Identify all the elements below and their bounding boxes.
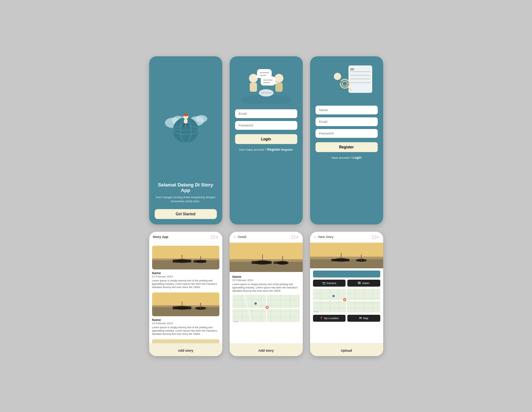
story-list-header: Story App ⬚→ — [149, 232, 222, 243]
svg-line-41 — [337, 82, 342, 83]
new-story-photo — [310, 243, 383, 268]
login-illustration — [237, 64, 295, 104]
login-link-container: Have account ? Login — [331, 156, 361, 159]
svg-point-84 — [254, 302, 256, 305]
register-password-input[interactable] — [316, 129, 378, 138]
new-story-logout-icon[interactable]: ⬚→ — [372, 235, 380, 239]
get-started-button[interactable]: Get Started — [155, 209, 217, 219]
back-button[interactable]: ← Detail — [233, 235, 246, 239]
detail-text: Lorem Ipsum is simply dummy text of the … — [233, 283, 300, 292]
story2-name: Name — [152, 318, 219, 322]
register-link-label[interactable]: Register — [281, 148, 293, 151]
my-location-button[interactable]: 📍 My Location — [313, 315, 346, 322]
media-buttons: 📷 Kamera 🖼 Galeri — [313, 280, 380, 287]
logout-icon[interactable]: ⬚→ — [211, 235, 219, 239]
detail-add-story-button[interactable]: Add story — [233, 349, 299, 352]
svg-rect-58 — [173, 306, 191, 309]
svg-rect-93 — [331, 259, 350, 261]
register-email-input[interactable] — [316, 117, 378, 126]
new-story-map[interactable]: Google — [313, 289, 380, 313]
detail-content: Name 23 Februari 2024 Lorem Ipsum is sim… — [230, 272, 303, 343]
login-button[interactable]: Login — [235, 134, 297, 144]
svg-rect-67 — [273, 261, 287, 264]
svg-rect-16 — [250, 83, 257, 92]
story1-name: Name — [152, 271, 219, 275]
splash-subtitle: Kami sangat senang Anda bergabung dengan… — [155, 195, 217, 203]
placeholder-bar — [152, 339, 219, 343]
upload-footer: Upload — [310, 343, 383, 356]
svg-point-15 — [249, 74, 258, 83]
detail-logout-icon[interactable]: ⬚→ — [291, 235, 299, 239]
svg-point-36 — [334, 73, 341, 80]
map-icon: 🗺 — [359, 317, 362, 320]
svg-point-109 — [344, 299, 345, 300]
story2-date: 23 Februari 2024 — [152, 322, 219, 325]
description-input[interactable] — [313, 271, 380, 277]
svg-rect-23 — [261, 76, 275, 86]
story1-date: 23 Februari 2024 — [152, 275, 219, 278]
svg-rect-37 — [335, 80, 340, 87]
story-card-1[interactable]: Name 23 Februari 2024 Lorem Ipsum is sim… — [152, 246, 219, 289]
detail-story-image — [230, 243, 303, 272]
map-button[interactable]: 🗺 Map — [347, 315, 380, 322]
splash-screen: Selamat Datang Di Story App Kami sangat … — [149, 56, 222, 224]
register-link-container: Don't have account ? Register Register — [239, 148, 293, 151]
svg-rect-50 — [193, 260, 206, 262]
register-link[interactable]: Register — [267, 148, 280, 151]
new-story-title: New Story — [318, 235, 334, 239]
story-image-1 — [152, 246, 219, 269]
camera-button[interactable]: 📷 Kamera — [313, 280, 346, 287]
gallery-icon: 🖼 — [358, 281, 361, 285]
story-card-2[interactable]: Name 23 Februari 2024 Lorem Ipsum is sim… — [152, 292, 219, 336]
svg-rect-11 — [184, 119, 188, 124]
detail-header: ← Detail ⬚→ — [230, 232, 303, 243]
svg-rect-49 — [173, 260, 191, 262]
story-list-footer: Add story — [149, 343, 222, 356]
detail-name: Name — [233, 275, 300, 279]
detail-title: Detail — [238, 235, 246, 239]
add-story-button[interactable]: Add story — [153, 349, 219, 352]
svg-point-21 — [275, 74, 283, 83]
no-account-text: Don't have account ? — [239, 148, 267, 151]
upload-button[interactable]: Upload — [341, 349, 352, 352]
svg-text:Google: Google — [233, 321, 238, 322]
svg-point-83 — [266, 307, 268, 308]
have-account-text: Have account ? — [331, 156, 352, 159]
story-list-screen: Story App ⬚→ — [149, 232, 222, 356]
email-input[interactable] — [235, 109, 297, 118]
story-list-title: Story App — [153, 235, 169, 239]
back-icon: ← — [233, 235, 237, 239]
svg-rect-66 — [252, 261, 272, 264]
splash-title: Selamat Datang Di Story App — [155, 182, 217, 193]
new-story-back-icon: ← — [314, 235, 317, 239]
svg-point-110 — [332, 295, 335, 297]
story-list-container: Name 23 Februari 2024 Lorem Ipsum is sim… — [149, 243, 222, 343]
svg-rect-22 — [275, 83, 283, 92]
login-screen: Login Don't have account ? Register Regi… — [230, 56, 303, 224]
location-buttons: 📍 My Location 🗺 Map — [313, 315, 380, 322]
detail-date: 23 Februari 2024 — [233, 279, 300, 282]
detail-map[interactable]: Google — [233, 295, 300, 322]
register-button[interactable]: Register — [316, 142, 378, 152]
story-image-2 — [152, 292, 219, 316]
svg-point-39 — [342, 81, 347, 86]
svg-text:Google: Google — [314, 310, 319, 312]
login-link[interactable]: Login — [352, 156, 362, 159]
new-story-back-button[interactable]: ← New Story — [314, 235, 334, 239]
svg-rect-10 — [184, 114, 188, 116]
detail-footer: Add story — [230, 343, 303, 356]
svg-point-3 — [196, 115, 207, 122]
story2-text: Lorem Ipsum is simply dummy text of the … — [152, 326, 219, 336]
name-input[interactable] — [316, 106, 378, 114]
location-icon: 📍 — [320, 317, 323, 320]
new-story-content: 📷 Kamera 🖼 Galeri — [310, 268, 383, 343]
camera-icon: 📷 — [322, 281, 325, 285]
detail-screen: ← Detail ⬚→ Name — [230, 232, 303, 356]
register-illustration — [317, 64, 376, 100]
gallery-button[interactable]: 🖼 Galeri — [347, 280, 380, 287]
splash-illustration — [162, 103, 210, 147]
new-story-screen: ← New Story ⬚→ — [310, 232, 383, 356]
register-screen: Register Have account ? Login — [310, 56, 383, 224]
password-input[interactable] — [235, 121, 297, 130]
story1-text: Lorem Ipsum is simply dummy text of the … — [152, 279, 219, 289]
